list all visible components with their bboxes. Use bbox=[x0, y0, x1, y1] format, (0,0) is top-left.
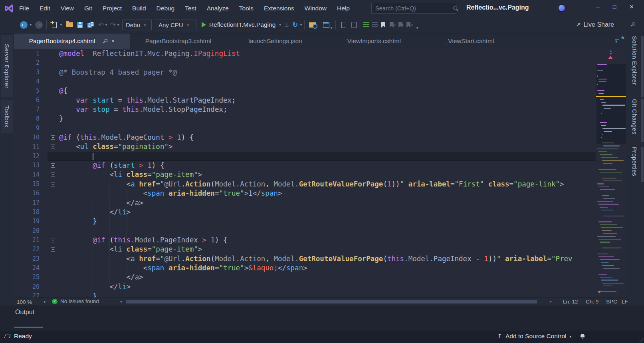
minimap-line bbox=[600, 242, 610, 242]
line-number: 27 bbox=[14, 291, 48, 297]
add-to-source-control-button[interactable]: ↑ Add to Source Control ▴ bbox=[497, 333, 585, 340]
previous-bookmark-button[interactable]: ◂ bbox=[389, 16, 396, 33]
menu-analyze[interactable]: Analyze bbox=[207, 5, 229, 12]
code-editor[interactable]: 1@model ReflectionIT.Mvc.Paging.IPagingL… bbox=[14, 49, 596, 297]
line-ending-indicator[interactable]: LF bbox=[622, 299, 628, 305]
menu-build[interactable]: Build bbox=[132, 5, 146, 12]
save-all-button[interactable] bbox=[85, 16, 96, 33]
fold-collapse-icon[interactable] bbox=[51, 135, 55, 140]
minimap-line bbox=[598, 239, 621, 240]
toolbar-separator bbox=[304, 20, 305, 30]
menu-test[interactable]: Test bbox=[185, 5, 196, 12]
toggle-bookmark-button[interactable] bbox=[380, 16, 386, 33]
tab-launchsettings-json[interactable]: launchSettings.json bbox=[227, 34, 324, 49]
minimap-line bbox=[604, 108, 611, 109]
ready-status: Ready bbox=[5, 333, 32, 340]
tab-pagerbootstrap4-cshtml[interactable]: PagerBootstrap4.cshtml× bbox=[14, 34, 130, 49]
toolbar-separator bbox=[359, 20, 359, 30]
menu-git[interactable]: Git bbox=[84, 5, 92, 12]
refresh-dropdown[interactable]: ▾ bbox=[299, 16, 303, 33]
scroll-right-icon[interactable]: ▸ bbox=[550, 299, 552, 303]
close-tab-icon[interactable]: × bbox=[111, 38, 115, 44]
right-panel-tab-solution-explorer[interactable]: Solution Explorer bbox=[628, 36, 640, 97]
scroll-left-icon[interactable]: ◂ bbox=[120, 299, 122, 303]
solution-platform-dropdown[interactable]: Any CPU▾ bbox=[155, 20, 196, 30]
close-button[interactable]: × bbox=[622, 0, 641, 14]
navigate-back-button[interactable]: ← bbox=[19, 16, 28, 33]
maximize-button[interactable]: □ bbox=[605, 0, 624, 14]
minimize-button[interactable]: – bbox=[589, 0, 607, 14]
sync-with-active-document-button[interactable] bbox=[339, 16, 348, 33]
find-in-files-button[interactable] bbox=[307, 16, 318, 33]
menu-extensions[interactable]: Extensions bbox=[264, 5, 294, 12]
minimap[interactable]: ▴▾ bbox=[596, 49, 626, 297]
group-list-button[interactable] bbox=[371, 16, 378, 33]
resize-grip[interactable] bbox=[640, 339, 643, 342]
solution-explorer-home-button[interactable] bbox=[322, 16, 331, 33]
minimap-line bbox=[602, 265, 614, 266]
undo-dropdown[interactable]: ▾ bbox=[105, 16, 108, 33]
tab-options-icon[interactable]: * bbox=[621, 34, 624, 44]
minimap-line bbox=[604, 131, 612, 132]
navigate-forward-button[interactable]: → bbox=[34, 16, 43, 33]
line-number: 14 bbox=[14, 170, 48, 179]
redo-button[interactable]: ↷ bbox=[109, 16, 117, 33]
menu-tools[interactable]: Tools bbox=[239, 5, 254, 12]
save-button[interactable] bbox=[76, 16, 84, 33]
horizontal-scrollbar[interactable] bbox=[126, 300, 537, 303]
search-box[interactable] bbox=[371, 3, 456, 14]
redo-dropdown[interactable]: ▾ bbox=[117, 16, 120, 33]
next-bookmark-button[interactable]: ▸ bbox=[398, 16, 405, 33]
spaces-indicator[interactable]: SPC bbox=[606, 299, 617, 305]
menu-view[interactable]: View bbox=[61, 5, 74, 12]
line-number: 3 bbox=[14, 68, 48, 77]
code-line: 15 <a href="@Url.Action(Model.Action, Mo… bbox=[14, 180, 596, 189]
right-panel-tab-properties[interactable]: Properties bbox=[628, 147, 640, 182]
indent-guide bbox=[93, 170, 93, 295]
undo-button[interactable]: ↶ bbox=[97, 16, 105, 33]
menu-project[interactable]: Project bbox=[103, 5, 122, 12]
menu-debug[interactable]: Debug bbox=[157, 5, 175, 12]
left-panel-tab-server-explorer[interactable]: Server Explorer bbox=[1, 35, 13, 97]
clear-bookmarks-button[interactable]: × bbox=[406, 16, 414, 33]
toolbar-pin-icon[interactable] bbox=[628, 16, 636, 33]
open-files-dropdown-icon[interactable] bbox=[614, 38, 620, 44]
solution-configuration-dropdown[interactable]: Debu▾ bbox=[122, 20, 152, 30]
sort-list-button[interactable] bbox=[362, 16, 370, 33]
refresh-button[interactable]: ↻ bbox=[291, 16, 299, 33]
tab--viewimports-cshtml[interactable]: _ViewImports.cshtml bbox=[324, 34, 421, 49]
new-file-button[interactable] bbox=[50, 16, 58, 33]
zoom-selector[interactable]: 100 %▾ bbox=[15, 298, 46, 305]
code-line: 22 <li class="page-item"> bbox=[14, 245, 596, 254]
pin-icon[interactable] bbox=[102, 39, 107, 44]
menu-window[interactable]: Window bbox=[305, 5, 327, 12]
hot-reload-icon[interactable]: ♨ bbox=[283, 16, 290, 33]
tab-label: _ViewStart.cshtml bbox=[445, 38, 494, 45]
navigate-back-dropdown[interactable]: ▾ bbox=[29, 16, 33, 33]
tab-pagerbootstrap3-cshtml[interactable]: PagerBootstrap3.cshtml bbox=[130, 34, 227, 49]
issues-indicator[interactable]: ✓ No issues found bbox=[52, 298, 99, 304]
right-panel-tab-git-changes[interactable]: Git Changes bbox=[628, 99, 640, 142]
left-panel-tab-toolbox[interactable]: Toolbox bbox=[1, 100, 13, 133]
feedback-icon[interactable] bbox=[557, 4, 566, 12]
menu-help[interactable]: Help bbox=[337, 5, 350, 12]
tab-output[interactable]: Output bbox=[15, 309, 34, 316]
line-number: 7 bbox=[14, 105, 48, 114]
search-input[interactable] bbox=[372, 5, 452, 12]
line-number: 19 bbox=[14, 217, 48, 226]
tab--viewstart-cshtml[interactable]: _ViewStart.cshtml bbox=[421, 34, 518, 49]
preview-selected-items-button[interactable] bbox=[349, 16, 358, 33]
live-share-button[interactable]: ↗ Live Share bbox=[576, 16, 614, 33]
minimap-line bbox=[598, 221, 612, 222]
minimap-line bbox=[602, 128, 626, 129]
check-icon: ✓ bbox=[52, 299, 57, 304]
start-debug-button[interactable]: ReflectionIT.Mvc.Paging ▾ bbox=[202, 16, 281, 33]
menu-file[interactable]: File bbox=[19, 5, 29, 12]
line-number: 16 bbox=[14, 189, 48, 198]
notifications-bell-icon[interactable] bbox=[580, 333, 585, 339]
new-file-dropdown[interactable]: ▾ bbox=[59, 16, 63, 33]
menu-edit[interactable]: Edit bbox=[40, 5, 50, 12]
minimap-line bbox=[602, 230, 612, 231]
minimap-line bbox=[600, 189, 615, 190]
open-file-button[interactable] bbox=[65, 16, 74, 33]
